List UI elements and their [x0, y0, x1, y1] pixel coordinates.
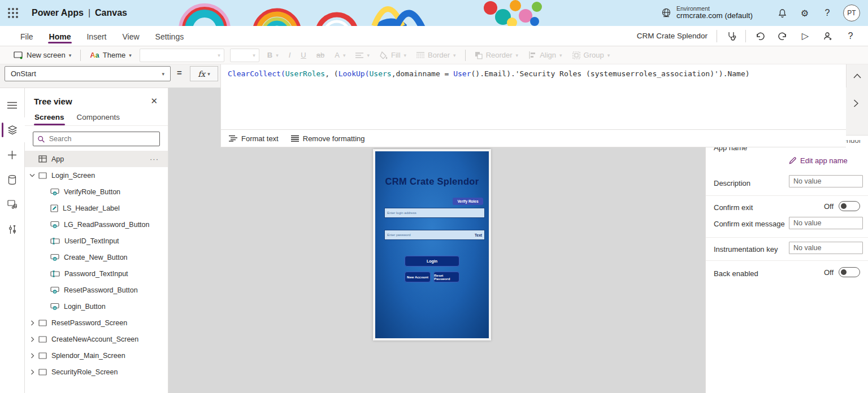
tree-tab-components[interactable]: Components: [72, 110, 125, 125]
user-avatar[interactable]: PT: [843, 5, 860, 21]
rail-insert-icon[interactable]: [0, 142, 25, 167]
verify-roles-button[interactable]: Verify Roles: [453, 198, 483, 205]
rail-data-icon[interactable]: [0, 167, 25, 192]
formula-segment: , (: [325, 69, 338, 78]
login-address-input[interactable]: Enter login address: [384, 208, 485, 218]
menu-item-insert[interactable]: Insert: [80, 28, 113, 44]
tree-item-CreateNewAccount_Screen[interactable]: CreateNewAccount_Screen: [25, 331, 168, 347]
tree-close-icon[interactable]: ✕: [148, 95, 160, 107]
format-text-button[interactable]: Format text: [229, 134, 279, 143]
tree-item-LS_Header_Label[interactable]: LS_Header_Label: [25, 200, 168, 216]
tree-item-LG_ReadPassword_Button[interactable]: LG_ReadPassword_Button: [25, 216, 168, 233]
back-enabled-toggle[interactable]: Off: [824, 267, 860, 277]
app-launcher-icon[interactable]: [0, 0, 26, 26]
menu-item-settings[interactable]: Settings: [149, 28, 191, 44]
tree-item-label: CreateNewAccount_Screen: [51, 335, 138, 343]
tree-view-panel: Tree view ✕ ScreensComponents App···Logi…: [25, 88, 168, 393]
new-account-button[interactable]: New Account: [405, 272, 431, 282]
confirm-exit-toggle[interactable]: Off: [824, 201, 860, 211]
preview-play-icon[interactable]: ▷: [797, 28, 814, 44]
rail-tree-view-icon[interactable]: [0, 117, 25, 142]
screen-icon: [38, 352, 47, 359]
fill-button[interactable]: Fill▾: [375, 49, 411, 62]
menu-help-icon[interactable]: ?: [842, 28, 859, 44]
login-button[interactable]: Login: [405, 256, 459, 267]
more-options-icon[interactable]: ···: [150, 155, 159, 163]
help-icon[interactable]: ?: [818, 4, 836, 22]
chevron-right-icon[interactable]: [28, 320, 36, 326]
divider: [717, 30, 717, 42]
settings-gear-icon[interactable]: ⚙: [796, 4, 814, 22]
tree-item-Login_Screen[interactable]: Login_Screen: [25, 167, 168, 184]
reorder-icon: [475, 51, 483, 59]
confirm-exit-message-input[interactable]: No value: [789, 217, 863, 229]
chevron-down-icon[interactable]: [28, 173, 36, 177]
tree-tab-screens[interactable]: Screens: [29, 110, 70, 125]
formula-segment: LookUp(: [338, 69, 370, 78]
rail-media-icon[interactable]: [0, 192, 25, 217]
reset-password-button[interactable]: Reset Password: [433, 272, 459, 282]
strikethrough-button[interactable]: ab: [312, 49, 329, 62]
italic-button[interactable]: I: [284, 49, 296, 62]
fx-button[interactable]: fx ▾: [190, 66, 218, 81]
tree-item-ResetPassword_Screen[interactable]: ResetPassword_Screen: [25, 315, 168, 331]
underline-button[interactable]: U: [296, 49, 310, 62]
environment-picker[interactable]: Environment crmcrate.com (default): [661, 6, 753, 20]
menu-item-view[interactable]: View: [115, 28, 146, 44]
font-size-select[interactable]: ▾: [230, 49, 259, 62]
tree-item-ResetPassword_Button[interactable]: ResetPassword_Button: [25, 282, 168, 298]
group-button[interactable]: Group▾: [568, 49, 615, 62]
rail-menu-icon[interactable]: [0, 93, 25, 117]
tree-item-Create_New_Button[interactable]: Create_New_Button: [25, 249, 168, 265]
undo-icon[interactable]: [752, 28, 769, 44]
app-header-label[interactable]: CRM Crate Splendor: [375, 176, 489, 187]
formula-segment: UserRoles: [285, 69, 325, 78]
notifications-bell-icon[interactable]: [773, 4, 791, 22]
panel-expand-icon[interactable]: [848, 95, 863, 111]
tree-item-Password_TextInput[interactable]: Password_TextInput: [25, 265, 168, 282]
theme-button[interactable]: Aa Theme▾: [85, 49, 136, 62]
rail-advanced-tools-icon[interactable]: [0, 217, 25, 242]
border-button[interactable]: Border▾: [412, 49, 461, 62]
environment-globe-icon: [661, 7, 672, 19]
new-screen-button[interactable]: New screen▾: [9, 49, 76, 62]
password-input[interactable]: Enter password Text: [384, 230, 485, 240]
formula-bar-collapse-icon[interactable]: [846, 64, 868, 88]
text-align-button[interactable]: ▾: [351, 50, 374, 61]
description-input[interactable]: No value: [789, 175, 863, 187]
reorder-button[interactable]: Reorder▾: [470, 49, 523, 62]
chevron-right-icon[interactable]: [28, 369, 36, 375]
tree-item-Splendor_Main_Screen[interactable]: Splendor_Main_Screen: [25, 347, 168, 364]
share-person-icon[interactable]: [819, 28, 836, 44]
tree-rows: App···Login_ScreenVerifyRole_ButtonLS_He…: [25, 151, 168, 380]
tree-item-label: Create_New_Button: [64, 254, 128, 261]
divider: [706, 237, 868, 238]
redo-icon[interactable]: [774, 28, 791, 44]
bold-button[interactable]: B▾: [263, 49, 283, 62]
menu-item-home[interactable]: Home: [42, 28, 78, 44]
tree-item-UserID_TextInput[interactable]: UserID_TextInput: [25, 233, 168, 249]
login-screen-preview[interactable]: CRM Crate Splendor Verify Roles Enter lo…: [375, 151, 489, 338]
edit-app-name-link[interactable]: Edit app name: [789, 156, 848, 165]
menu-item-file[interactable]: File: [14, 28, 40, 44]
password-reveal-toggle[interactable]: Text: [475, 233, 482, 237]
tree-search-box: [33, 132, 160, 146]
font-color-button[interactable]: A▾: [330, 49, 350, 62]
format-text-icon: [229, 135, 237, 142]
property-selector[interactable]: OnStart ▾: [5, 66, 171, 81]
divider: [706, 195, 868, 196]
chevron-right-icon[interactable]: [28, 353, 36, 359]
app-checker-icon[interactable]: [723, 28, 740, 44]
tree-item-SecurityRole_Screen[interactable]: SecurityRole_Screen: [25, 364, 168, 380]
remove-formatting-button[interactable]: Remove formatting: [291, 134, 365, 143]
font-family-select[interactable]: ▾: [140, 49, 224, 62]
tree-item-App[interactable]: App···: [25, 151, 168, 167]
tree-search-input[interactable]: [49, 135, 155, 143]
instrumentation-key-input[interactable]: No value: [789, 242, 863, 254]
chevron-right-icon[interactable]: [28, 337, 36, 342]
align-button[interactable]: Align▾: [524, 49, 566, 62]
tree-item-VerifyRole_Button[interactable]: VerifyRole_Button: [25, 184, 168, 200]
tree-item-Login_Button[interactable]: Login_Button: [25, 298, 168, 315]
formula-input[interactable]: ClearCollect(UserRoles, (LookUp(Users,do…: [221, 64, 846, 129]
formula-segment: Users: [369, 69, 391, 78]
